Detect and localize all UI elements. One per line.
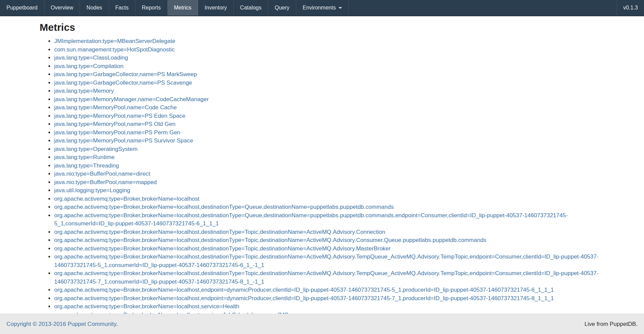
- metric-link[interactable]: org.apache.activemq:type=Broker,brokerNa…: [54, 229, 385, 235]
- metric-item: java.lang:type=Runtime: [54, 153, 603, 162]
- metric-link[interactable]: java.lang:type=MemoryPool,name=PS Perm G…: [54, 129, 180, 136]
- metrics-list: JMImplementation:type=MBeanServerDelegat…: [41, 37, 603, 319]
- nav-tab-reports[interactable]: Reports: [135, 0, 168, 16]
- metric-item: java.lang:type=MemoryPool,name=Code Cach…: [54, 104, 603, 112]
- nav-tab-metrics[interactable]: Metrics: [168, 0, 198, 16]
- metric-item: org.apache.activemq:type=Broker,brokerNa…: [54, 303, 603, 311]
- nav-tab-inventory[interactable]: Inventory: [198, 0, 234, 16]
- metric-item: org.apache.activemq:type=Broker,brokerNa…: [54, 286, 603, 294]
- nav-tab-overview[interactable]: Overview: [44, 0, 80, 16]
- nav-tab-query[interactable]: Query: [268, 0, 296, 16]
- metric-link[interactable]: JMImplementation:type=MBeanServerDelegat…: [54, 38, 175, 44]
- metric-link[interactable]: java.lang:type=MemoryManager,name=CodeCa…: [54, 96, 209, 103]
- metric-link[interactable]: org.apache.activemq:type=Broker,brokerNa…: [54, 303, 239, 310]
- metric-item: org.apache.activemq:type=Broker,brokerNa…: [54, 228, 603, 237]
- metric-link[interactable]: java.lang:type=MemoryPool,name=PS Surviv…: [54, 137, 193, 144]
- navbar-spacer: [349, 0, 617, 16]
- metric-item: org.apache.activemq:type=Broker,brokerNa…: [54, 195, 603, 203]
- metric-link[interactable]: java.lang:type=GarbageCollector,name=PS …: [54, 80, 192, 86]
- main-content: Metrics JMImplementation:type=MBeanServe…: [41, 22, 603, 319]
- metric-item: org.apache.activemq:type=Broker,brokerNa…: [54, 269, 603, 286]
- metric-link[interactable]: org.apache.activemq:type=Broker,brokerNa…: [54, 253, 599, 268]
- nav-dropdown-environments[interactable]: Environments: [296, 0, 349, 16]
- footer-copyright: Copyright © 2013-2016 Puppet Community.: [6, 321, 118, 328]
- metric-link[interactable]: com.sun.management:type=HotSpotDiagnosti…: [54, 46, 175, 53]
- metric-link[interactable]: java.util.logging:type=Logging: [54, 187, 130, 194]
- nav-tab-nodes[interactable]: Nodes: [80, 0, 109, 16]
- metric-item: java.nio:type=BufferPool,name=direct: [54, 170, 603, 178]
- footer: Copyright © 2013-2016 Puppet Community. …: [0, 314, 644, 334]
- footer-copyright-period: .: [116, 321, 118, 327]
- metric-item: java.lang:type=MemoryPool,name=PS Old Ge…: [54, 120, 603, 129]
- navbar-brand[interactable]: Puppetboard: [0, 0, 44, 16]
- nav-tab-facts[interactable]: Facts: [109, 0, 135, 16]
- metric-item: org.apache.activemq:type=Broker,brokerNa…: [54, 245, 603, 253]
- metric-item: org.apache.activemq:type=Broker,brokerNa…: [54, 236, 603, 245]
- metric-link[interactable]: java.lang:type=GarbageCollector,name=PS …: [54, 71, 197, 77]
- metric-link[interactable]: java.lang:type=Memory: [54, 88, 114, 94]
- metric-link[interactable]: org.apache.activemq:type=Broker,brokerNa…: [54, 287, 554, 293]
- metric-item: org.apache.activemq:type=Broker,brokerNa…: [54, 203, 603, 211]
- metric-link[interactable]: java.lang:type=ClassLoading: [54, 54, 128, 61]
- metric-link[interactable]: org.apache.activemq:type=Broker,brokerNa…: [54, 270, 599, 285]
- metric-item: java.lang:type=Compilation: [54, 62, 603, 71]
- metric-item: java.lang:type=MemoryPool,name=PS Perm G…: [54, 129, 603, 137]
- metric-link[interactable]: java.lang:type=MemoryPool,name=PS Eden S…: [54, 113, 185, 119]
- footer-live-status: Live from PuppetDB.: [584, 321, 638, 328]
- metric-item: java.lang:type=Memory: [54, 87, 603, 95]
- metric-link[interactable]: org.apache.activemq:type=Broker,brokerNa…: [54, 237, 486, 243]
- metric-item: org.apache.activemq:type=Broker,brokerNa…: [54, 211, 603, 228]
- metric-item: org.apache.activemq:type=Broker,brokerNa…: [54, 294, 603, 303]
- metric-link[interactable]: org.apache.activemq:type=Broker,brokerNa…: [54, 204, 394, 210]
- metric-link[interactable]: org.apache.activemq:type=Broker,brokerNa…: [54, 245, 391, 252]
- version-badge: v0.1.3: [617, 0, 644, 16]
- nav-tab-catalogs[interactable]: Catalogs: [234, 0, 268, 16]
- metric-item: JMImplementation:type=MBeanServerDelegat…: [54, 37, 603, 46]
- metric-link[interactable]: org.apache.activemq:type=Broker,brokerNa…: [54, 295, 554, 302]
- metric-link[interactable]: java.lang:type=Threading: [54, 162, 119, 169]
- metric-item: java.lang:type=MemoryManager,name=CodeCa…: [54, 95, 603, 104]
- metric-item: java.nio:type=BufferPool,name=mapped: [54, 178, 603, 187]
- footer-copyright-link[interactable]: Copyright © 2013-2016 Puppet Community: [6, 321, 116, 327]
- metric-link[interactable]: java.lang:type=Compilation: [54, 63, 124, 69]
- metric-link[interactable]: org.apache.activemq:type=Broker,brokerNa…: [54, 196, 199, 202]
- metric-item: java.lang:type=MemoryPool,name=PS Surviv…: [54, 137, 603, 145]
- metric-item: org.apache.activemq:type=Broker,brokerNa…: [54, 253, 603, 269]
- metric-item: java.lang:type=MemoryPool,name=PS Eden S…: [54, 112, 603, 120]
- metric-link[interactable]: java.lang:type=OperatingSystem: [54, 146, 137, 152]
- metric-item: java.lang:type=GarbageCollector,name=PS …: [54, 79, 603, 87]
- metric-link[interactable]: java.lang:type=MemoryPool,name=Code Cach…: [54, 104, 177, 111]
- metric-item: java.util.logging:type=Logging: [54, 186, 603, 195]
- nav-dropdown-environments-label: Environments: [303, 5, 336, 11]
- page-title: Metrics: [40, 22, 603, 33]
- metric-link[interactable]: java.lang:type=MemoryPool,name=PS Old Ge…: [54, 121, 175, 127]
- metric-item: com.sun.management:type=HotSpotDiagnosti…: [54, 46, 603, 54]
- navbar: Puppetboard Overview Nodes Facts Reports…: [0, 0, 644, 16]
- metric-item: java.lang:type=ClassLoading: [54, 54, 603, 62]
- metric-link[interactable]: java.nio:type=BufferPool,name=mapped: [54, 179, 157, 185]
- metric-item: java.lang:type=Threading: [54, 162, 603, 170]
- metric-item: java.lang:type=GarbageCollector,name=PS …: [54, 70, 603, 79]
- chevron-down-icon: [339, 7, 342, 9]
- metric-link[interactable]: java.nio:type=BufferPool,name=direct: [54, 171, 150, 177]
- metric-link[interactable]: org.apache.activemq:type=Broker,brokerNa…: [54, 212, 568, 227]
- metric-item: java.lang:type=OperatingSystem: [54, 145, 603, 154]
- metric-link[interactable]: java.lang:type=Runtime: [54, 154, 114, 160]
